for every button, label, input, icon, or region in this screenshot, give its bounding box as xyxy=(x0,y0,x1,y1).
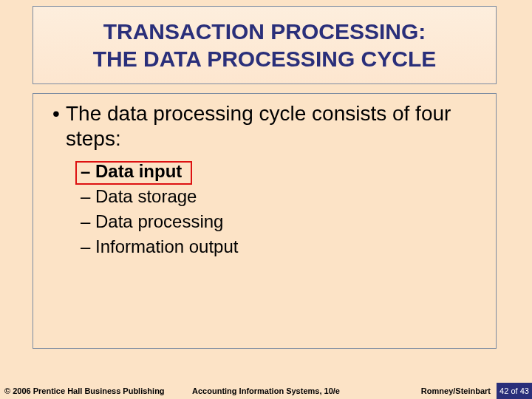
title-line-1: TRANSACTION PROCESSING: xyxy=(103,18,426,46)
bullet-text: The data processing cycle consists of fo… xyxy=(66,101,480,151)
step-data-storage: – Data storage xyxy=(81,184,480,209)
sublist: – Data input – Data storage – Data proce… xyxy=(81,159,480,259)
title-line-2: THE DATA PROCESSING CYCLE xyxy=(93,45,436,73)
slide-title-box: TRANSACTION PROCESSING: THE DATA PROCESS… xyxy=(33,6,497,84)
bullet-item: • The data processing cycle consists of … xyxy=(52,101,480,151)
footer-page-badge: 42 of 43 xyxy=(497,383,532,399)
slide-footer: © 2006 Prentice Hall Business Publishing… xyxy=(0,383,532,399)
step-data-input: – Data input xyxy=(81,159,480,184)
step-information-output: – Information output xyxy=(81,234,480,259)
step-data-processing: – Data processing xyxy=(81,209,480,234)
slide-content-box: • The data processing cycle consists of … xyxy=(33,93,497,349)
bullet-dot-icon: • xyxy=(52,101,66,126)
footer-authors: Romney/Steinbart xyxy=(421,386,491,395)
